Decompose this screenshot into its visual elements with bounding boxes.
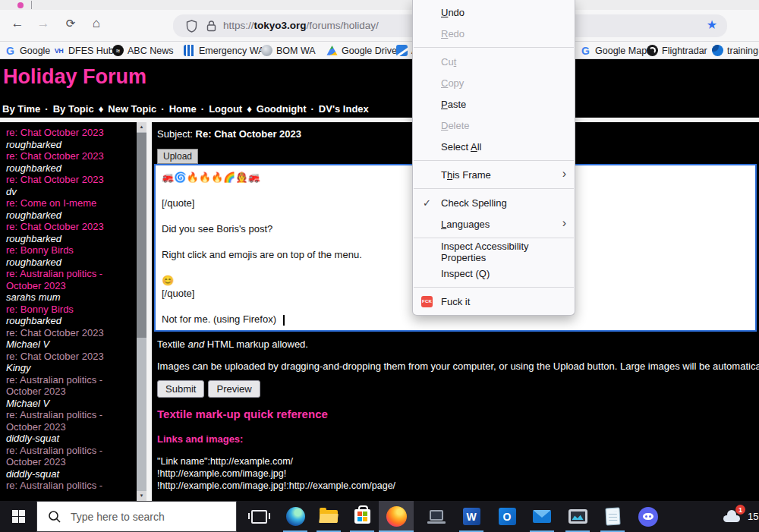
thread-author: Michael V xyxy=(6,398,137,410)
nav-by-time[interactable]: By Time xyxy=(2,103,40,115)
bookmark-google-drive[interactable]: Google Drive xyxy=(326,44,397,57)
taskbar-word[interactable]: W xyxy=(455,501,488,532)
url-text[interactable]: https://tokyo3.org/forums/holiday/ xyxy=(223,20,379,31)
context-menu-item-this-frame[interactable]: This Frame› xyxy=(413,164,575,185)
browser-tab-strip[interactable] xyxy=(0,0,759,10)
url-path: /forums/holiday/ xyxy=(307,20,379,31)
context-menu-item-languages[interactable]: Languages› xyxy=(413,213,575,235)
bookmark-label: Google Drive xyxy=(342,46,397,56)
text-caret xyxy=(283,315,285,326)
thread-link[interactable]: re: Australian politics - xyxy=(6,480,137,492)
taskbar-outlook[interactable]: O xyxy=(490,501,524,532)
context-menu-item-delete[interactable]: Delete xyxy=(413,115,575,136)
taskbar-mail[interactable] xyxy=(525,501,559,532)
context-menu-item-cut[interactable]: Cut xyxy=(413,51,575,72)
bookmark-bom-wa[interactable]: BOM WA xyxy=(261,44,316,57)
thread-link[interactable]: re: Chat October 2023 xyxy=(6,174,137,186)
nav-logout[interactable]: Logout xyxy=(209,103,242,115)
thread-link[interactable]: re: Australian politics - October 2023 xyxy=(6,445,137,468)
bookmark-star-icon[interactable]: ★ xyxy=(707,17,717,32)
task-view-button[interactable] xyxy=(242,501,276,532)
nav-dvs-index[interactable]: DV's Index xyxy=(319,103,369,115)
nav-home[interactable]: Home xyxy=(169,103,197,115)
bookmark-training[interactable]: training@ xyxy=(712,44,759,57)
taskbar-remote-desktop[interactable] xyxy=(420,501,453,532)
context-menu-item-inspect-accessibility[interactable]: Inspect Accessibility Properties xyxy=(413,241,575,263)
thread-item: re: Australian politics - October 2023Mi… xyxy=(6,374,137,410)
context-menu-item-select-all[interactable]: Select All xyxy=(413,136,575,157)
thread-link[interactable]: re: Chat October 2023 xyxy=(6,351,137,363)
context-menu-item-redo[interactable]: Redo xyxy=(413,23,575,44)
preview-button[interactable]: Preview xyxy=(208,380,260,398)
nav-new-topic[interactable]: New Topic xyxy=(108,103,156,115)
edge-icon xyxy=(286,507,305,526)
discord-icon xyxy=(638,507,658,527)
tracking-shield-icon[interactable] xyxy=(186,20,197,33)
bookmark-dfes-hub[interactable]: VHDFES Hub xyxy=(53,44,114,57)
bookmark-google[interactable]: GGoogle xyxy=(5,44,50,57)
nav-goodnight[interactable]: Goodnight xyxy=(257,103,307,115)
context-menu-item-fuck-it[interactable]: FCKFuck it xyxy=(413,291,575,312)
thread-item: re: Australian politics - October 2023di… xyxy=(6,445,137,480)
start-button[interactable] xyxy=(0,501,36,532)
taskbar-firefox[interactable] xyxy=(379,501,414,532)
thread-author: roughbarked xyxy=(6,162,137,175)
bookmark-abc-news[interactable]: ≈ABC News xyxy=(112,44,173,57)
thread-link[interactable]: re: Chat October 2023 xyxy=(6,150,137,162)
thread-link[interactable]: re: Australian politics - October 2023 xyxy=(6,374,137,398)
scroll-down-icon[interactable]: ▼ xyxy=(137,491,146,501)
sidebar-scrollbar[interactable]: ▲ ▼ xyxy=(137,122,146,501)
subject-value: Re: Chat October 2023 xyxy=(196,128,301,140)
taskbar-edge[interactable] xyxy=(279,501,312,532)
taskbar-notepad[interactable] xyxy=(596,501,629,532)
nav-by-topic[interactable]: By Topic xyxy=(53,103,94,115)
back-button[interactable]: ← xyxy=(8,14,27,33)
thread-link[interactable]: re: Chat October 2023 xyxy=(6,327,137,339)
thread-link[interactable]: re: Come on I-meme xyxy=(6,197,137,209)
page-title: Holiday Forum xyxy=(3,65,146,89)
taskbar-file-explorer[interactable] xyxy=(312,501,345,532)
windows-logo-icon xyxy=(12,510,25,523)
thread-author: sarahs mum xyxy=(6,291,137,304)
bom-wa-icon xyxy=(261,45,272,56)
context-menu-item-inspect[interactable]: Inspect (Q) xyxy=(413,263,575,284)
taskbar-store[interactable] xyxy=(345,501,379,532)
bookmark-flightradar[interactable]: Flightradar xyxy=(647,44,707,57)
bookmark-label: ABC News xyxy=(128,46,173,56)
subject-label: Subject: xyxy=(157,128,196,140)
thread-link[interactable]: re: Chat October 2023 xyxy=(6,127,137,139)
thread-link[interactable]: re: Bonny Birds xyxy=(6,304,137,316)
onedrive-tray-icon[interactable]: 1 xyxy=(722,510,742,522)
taskbar-photos[interactable] xyxy=(561,501,594,532)
search-icon xyxy=(48,510,61,524)
bookmark-label: BOM WA xyxy=(276,46,316,56)
nav-separator: · xyxy=(45,103,48,115)
thread-item: re: Chat October 2023Michael V xyxy=(6,327,137,351)
scrollbar-thumb[interactable] xyxy=(137,133,146,338)
reload-button[interactable]: ⟳ xyxy=(61,14,80,33)
bookmark-emergency-wa[interactable]: Emergency WA xyxy=(184,44,264,57)
scroll-up-icon[interactable]: ▲ xyxy=(137,122,146,132)
taskbar-clock[interactable]: 15 xyxy=(748,501,758,532)
thread-link[interactable]: re: Australian politics - October 2023 xyxy=(6,268,137,291)
home-button[interactable]: ⌂ xyxy=(87,14,106,33)
context-menu-item-paste[interactable]: Paste xyxy=(413,93,575,115)
lock-icon[interactable] xyxy=(206,20,216,32)
training-icon xyxy=(712,45,723,56)
taskbar-discord[interactable] xyxy=(631,501,665,532)
frame-border-vertical[interactable] xyxy=(146,122,152,501)
nav-separator: · xyxy=(201,103,204,115)
submit-button[interactable]: Submit xyxy=(157,380,204,398)
thread-link[interactable]: re: Bonny Birds xyxy=(6,244,137,257)
context-menu-item-check-spelling[interactable]: ✓Check Spelling xyxy=(413,192,575,213)
photos-icon xyxy=(568,509,587,524)
taskbar-search-input[interactable]: Type here to search xyxy=(36,501,237,532)
bookmark-google-maps[interactable]: GGoogle Maps xyxy=(580,44,651,57)
thread-link[interactable]: re: Chat October 2023 xyxy=(6,221,137,233)
upload-button[interactable]: Upload xyxy=(157,149,198,164)
context-menu-item-copy[interactable]: Copy xyxy=(413,72,575,93)
context-menu-item-undo[interactable]: Undo xyxy=(413,2,575,23)
menu-separator xyxy=(414,188,574,189)
thread-link[interactable]: re: Australian politics - October 2023 xyxy=(6,409,137,433)
forward-button[interactable]: → xyxy=(33,14,53,33)
